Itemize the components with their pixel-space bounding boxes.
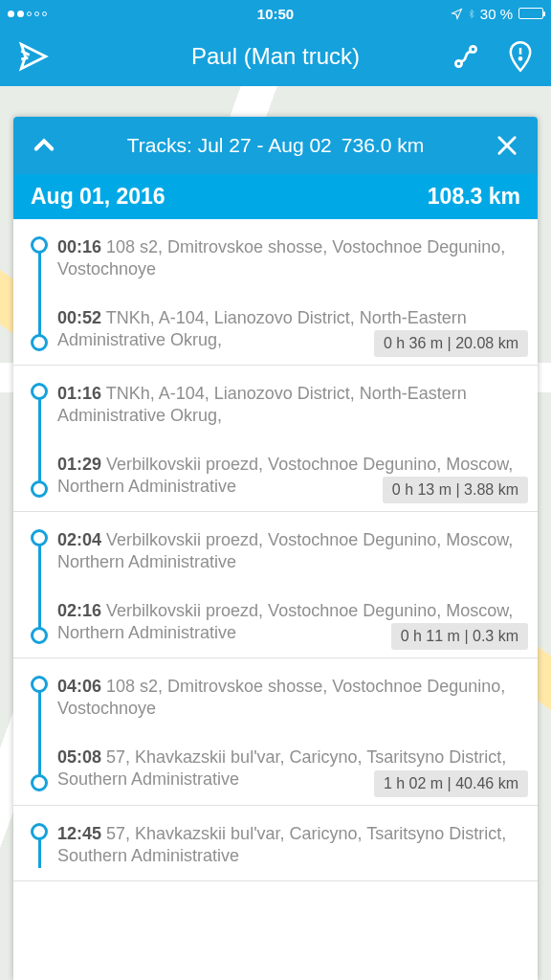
tracks-panel: Tracks: Jul 27 - Aug 02 736.0 km Aug 01,… [13, 117, 538, 980]
timeline [25, 383, 54, 498]
end-node-icon [31, 774, 48, 791]
panel-header: Tracks: Jul 27 - Aug 02 736.0 km [13, 117, 538, 174]
track-segment[interactable]: 02:04 Verbilkovskii proezd, Vostochnoe D… [13, 512, 538, 658]
track-segment[interactable]: 04:06 108 s2, Dmitrovskoe shosse, Vostoc… [13, 658, 538, 805]
timeline [25, 236, 54, 351]
tracks-total-km-label: 736.0 km [342, 134, 424, 157]
end-node-icon [31, 480, 48, 498]
start-node-icon [31, 823, 48, 840]
tracks-list[interactable]: 00:16 108 s2, Dmitrovskoe shosse, Vostoc… [13, 219, 538, 881]
duration-distance-badge: 1 h 02 m | 40.46 km [374, 770, 528, 797]
tracks-range-label: Tracks: Jul 27 - Aug 02 [127, 134, 332, 157]
track-segment[interactable]: 01:16 TNKh, A-104, Lianozovo District, N… [13, 366, 538, 512]
start-node-icon [31, 529, 48, 546]
start-node-icon [31, 383, 48, 400]
duration-distance-badge: 0 h 13 m | 3.88 km [383, 477, 528, 503]
duration-distance-badge: 0 h 11 m | 0.3 km [391, 623, 528, 650]
end-node-icon [31, 627, 48, 644]
status-bar: 10:50 30 % [0, 0, 551, 27]
start-node-icon [31, 676, 48, 693]
track-segment[interactable]: 12:45 57, Khavkazskii bul'var, Caricyno,… [13, 806, 538, 881]
battery-icon [518, 8, 543, 19]
start-address: 01:16 TNKh, A-104, Lianozovo District, N… [57, 383, 526, 427]
duration-distance-badge: 0 h 36 m | 20.08 km [374, 330, 528, 357]
bluetooth-icon [467, 7, 476, 21]
date-header[interactable]: Aug 01, 2016 108.3 km [13, 174, 538, 219]
start-address: 02:04 Verbilkovskii proezd, Vostochnoe D… [57, 529, 526, 573]
start-address: 00:16 108 s2, Dmitrovskoe shosse, Vostoc… [57, 236, 526, 280]
timeline [25, 823, 54, 867]
date-km-label: 108.3 km [428, 184, 520, 210]
end-node-icon [31, 334, 48, 351]
start-address: 04:06 108 s2, Dmitrovskoe shosse, Vostoc… [57, 676, 526, 720]
nav-bar: Paul (Man truck) [0, 27, 551, 86]
track-segment[interactable]: 00:16 108 s2, Dmitrovskoe shosse, Vostoc… [13, 219, 538, 366]
page-title: Paul (Man truck) [0, 43, 551, 70]
collapse-button[interactable] [31, 132, 57, 159]
timeline [25, 529, 54, 644]
start-address: 12:45 57, Khavkazskii bul'var, Caricyno,… [57, 823, 526, 867]
date-label: Aug 01, 2016 [31, 184, 165, 210]
timeline [25, 676, 54, 791]
close-button[interactable] [494, 132, 520, 159]
start-node-icon [31, 236, 48, 254]
